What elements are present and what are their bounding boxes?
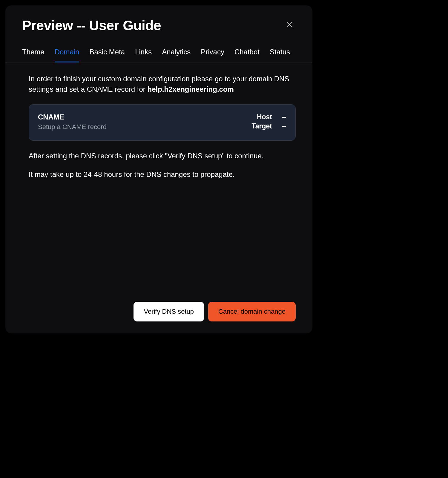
cname-host-label: Host	[257, 113, 272, 121]
cname-target-row: Target --	[251, 122, 286, 130]
cname-info: CNAME Setup a CNAME record	[38, 113, 107, 131]
cname-target-label: Target	[251, 122, 272, 130]
modal-header: Preview -- User Guide	[5, 17, 312, 33]
close-button[interactable]	[284, 19, 296, 30]
propagation-notice: It may take up to 24-48 hours for the DN…	[29, 169, 296, 180]
tab-content-domain: In order to finish your custom domain co…	[5, 62, 312, 302]
tab-links[interactable]: Links	[135, 48, 152, 62]
cname-host-value: --	[279, 113, 286, 121]
close-icon	[286, 21, 293, 28]
cname-target-value: --	[279, 122, 286, 130]
tab-theme[interactable]: Theme	[22, 48, 45, 62]
tab-domain[interactable]: Domain	[55, 48, 79, 62]
tab-bar: Theme Domain Basic Meta Links Analytics …	[5, 48, 312, 62]
domain-name: help.h2xengineering.com	[148, 85, 234, 93]
cname-values: Host -- Target --	[251, 113, 286, 131]
cname-title: CNAME	[38, 113, 107, 121]
domain-instructions: In order to finish your custom domain co…	[29, 74, 296, 95]
tab-chatbot[interactable]: Chatbot	[234, 48, 260, 62]
modal-footer: Verify DNS setup Cancel domain change	[5, 302, 312, 321]
settings-modal: Preview -- User Guide Theme Domain Basic…	[5, 5, 312, 333]
cancel-domain-button[interactable]: Cancel domain change	[208, 302, 296, 321]
tab-basic-meta[interactable]: Basic Meta	[89, 48, 125, 62]
tab-analytics[interactable]: Analytics	[162, 48, 191, 62]
tab-privacy[interactable]: Privacy	[201, 48, 224, 62]
cname-subtitle: Setup a CNAME record	[38, 123, 107, 131]
cname-host-row: Host --	[251, 113, 286, 121]
verify-dns-button[interactable]: Verify DNS setup	[134, 302, 204, 321]
verify-instructions: After setting the DNS records, please cl…	[29, 151, 296, 161]
tab-status[interactable]: Status	[270, 48, 290, 62]
cname-record-card: CNAME Setup a CNAME record Host -- Targe…	[29, 104, 296, 141]
modal-title: Preview -- User Guide	[22, 17, 161, 33]
